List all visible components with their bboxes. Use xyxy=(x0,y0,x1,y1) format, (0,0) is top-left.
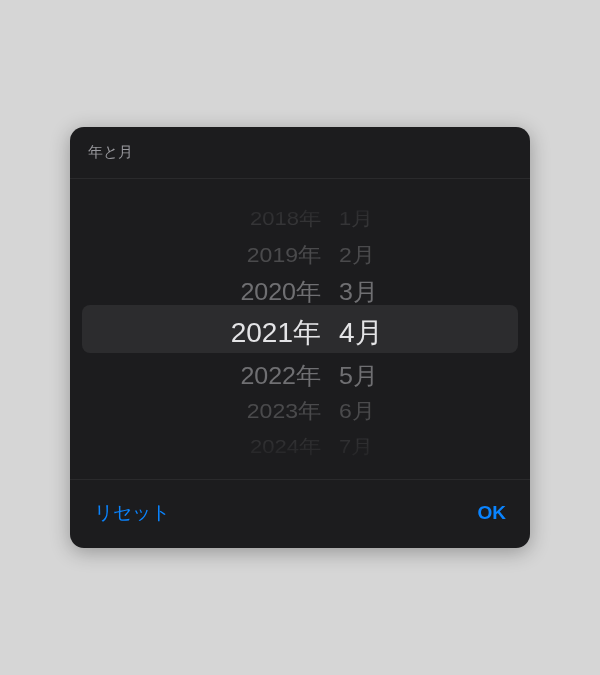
ok-button[interactable]: OK xyxy=(476,498,509,528)
dialog-header: 年と月 xyxy=(70,127,530,179)
year-option[interactable]: 2019年 xyxy=(247,239,321,271)
year-option[interactable]: 2024年 xyxy=(250,432,321,463)
picker-wheels: 2018年 2019年 2020年 2021年 2022年 2023年 2024… xyxy=(70,179,530,479)
month-option[interactable]: 7月 xyxy=(339,432,373,463)
dialog-footer: リセット OK xyxy=(70,479,530,548)
dialog-title: 年と月 xyxy=(88,143,512,162)
month-option-selected[interactable]: 4月 xyxy=(339,309,383,357)
year-option[interactable]: 2018年 xyxy=(250,204,321,235)
reset-button[interactable]: リセット xyxy=(92,496,172,530)
month-option[interactable]: 5月 xyxy=(339,358,378,392)
month-option[interactable]: 3月 xyxy=(339,274,378,308)
year-option[interactable]: 2023年 xyxy=(247,395,321,427)
month-option[interactable]: 1月 xyxy=(339,204,373,235)
year-option[interactable]: 2022年 xyxy=(240,358,321,392)
year-option[interactable]: 2020年 xyxy=(240,274,321,308)
month-wheel[interactable]: 1月 2月 3月 4月 5月 6月 7月 xyxy=(339,179,399,479)
year-option-selected[interactable]: 2021年 xyxy=(231,309,321,357)
month-option[interactable]: 2月 xyxy=(339,239,375,271)
date-picker-dialog: 年と月 2018年 2019年 2020年 2021年 2022年 2023年 … xyxy=(70,127,530,548)
picker-container: 2018年 2019年 2020年 2021年 2022年 2023年 2024… xyxy=(70,179,530,479)
month-option[interactable]: 6月 xyxy=(339,395,375,427)
year-wheel[interactable]: 2018年 2019年 2020年 2021年 2022年 2023年 2024… xyxy=(201,179,321,479)
